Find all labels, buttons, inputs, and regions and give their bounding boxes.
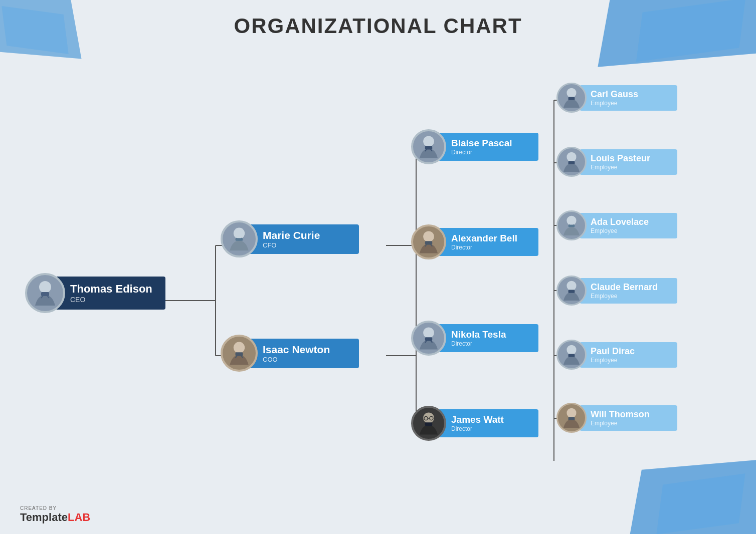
employee-dirac-node: Paul Dirac Employee [556, 340, 677, 370]
director-bell-card: Alexander Bell Director [438, 228, 538, 256]
employee-dirac-name: Paul Dirac [591, 346, 669, 357]
employee-lovelace-name: Ada Lovelace [591, 217, 669, 227]
director-watt-card: James Watt Director [438, 409, 538, 437]
svg-point-32 [423, 231, 434, 242]
director-tesla-name: Nikola Tesla [451, 329, 528, 340]
bernard-person-icon [559, 279, 584, 303]
svg-rect-33 [425, 241, 432, 244]
svg-point-28 [423, 136, 434, 147]
coo-person-icon [225, 339, 253, 367]
svg-point-55 [566, 408, 576, 418]
employee-gauss-avatar [556, 83, 587, 113]
employee-pasteur-node: Louis Pasteur Employee [556, 147, 677, 177]
cfo-person-icon [225, 225, 253, 253]
brand-template: Template [20, 511, 68, 523]
cfo-node: Marie Curie CFO [221, 220, 359, 257]
cfo-name: Marie Curie [263, 229, 349, 241]
svg-rect-54 [569, 354, 575, 357]
svg-point-51 [566, 281, 576, 291]
employee-dirac-card: Paul Dirac Employee [580, 342, 677, 368]
brand-lab: LAB [68, 511, 90, 523]
director-watt-name: James Watt [451, 414, 528, 425]
svg-point-49 [566, 216, 576, 225]
coo-node: Isaac Newton COO [221, 335, 359, 372]
employee-lovelace-avatar [556, 210, 587, 240]
watt-person-icon [415, 410, 442, 437]
director-bell-avatar [411, 224, 446, 259]
svg-point-36 [423, 327, 434, 338]
svg-rect-23 [236, 238, 243, 241]
cfo-title: CFO [263, 241, 349, 249]
employee-bernard-card: Claude Bernard Employee [580, 278, 677, 304]
gauss-person-icon [559, 86, 584, 110]
employee-thomson-title: Employee [591, 420, 669, 427]
svg-rect-25 [236, 352, 243, 356]
svg-rect-29 [425, 146, 432, 149]
svg-rect-37 [425, 337, 432, 341]
employee-dirac-title: Employee [591, 357, 669, 364]
employee-lovelace-title: Employee [591, 227, 669, 234]
coo-avatar [221, 335, 258, 372]
director-pascal-name: Blaise Pascal [451, 138, 528, 149]
svg-point-24 [234, 342, 245, 353]
ceo-name: Thomas Edison [70, 283, 155, 296]
ceo-card: Thomas Edison CEO [55, 277, 165, 310]
director-bell-name: Alexander Bell [451, 233, 528, 244]
watermark: CREATED BY TemplateLAB [20, 505, 90, 524]
employee-thomson-node: Will Thomson Employee [556, 403, 677, 433]
pascal-person-icon [415, 133, 442, 160]
dirac-person-icon [559, 343, 584, 367]
employee-gauss-name: Carl Gauss [591, 89, 669, 100]
coo-title: COO [263, 356, 349, 363]
director-tesla-avatar [411, 321, 446, 356]
employee-bernard-name: Claude Bernard [591, 282, 669, 293]
cfo-card: Marie Curie CFO [249, 224, 359, 254]
svg-rect-41 [425, 422, 432, 426]
svg-rect-50 [569, 224, 575, 227]
brand-logo: TemplateLAB [20, 511, 90, 524]
lovelace-person-icon [559, 213, 584, 237]
chart-area: Thomas Edison CEO Marie Curie CFO [0, 55, 756, 494]
bell-person-icon [415, 228, 442, 255]
coo-name: Isaac Newton [263, 344, 349, 356]
director-watt-avatar [411, 406, 446, 441]
director-pascal-avatar [411, 129, 446, 164]
ceo-title: CEO [70, 296, 155, 304]
employee-pasteur-card: Louis Pasteur Employee [580, 149, 677, 175]
employee-gauss-title: Employee [591, 100, 669, 107]
director-tesla-title: Director [451, 340, 528, 347]
tesla-person-icon [415, 325, 442, 352]
director-pascal-title: Director [451, 149, 528, 156]
svg-rect-52 [569, 290, 575, 293]
employee-pasteur-name: Louis Pasteur [591, 153, 669, 164]
thomson-person-icon [559, 406, 584, 430]
employee-bernard-title: Employee [591, 293, 669, 300]
director-tesla-card: Nikola Tesla Director [438, 324, 538, 352]
svg-point-22 [234, 228, 245, 239]
ceo-avatar [25, 273, 65, 313]
employee-bernard-avatar [556, 276, 587, 306]
coo-card: Isaac Newton COO [249, 339, 359, 368]
page-title: ORGANIZATIONAL CHART [234, 14, 522, 38]
employee-gauss-card: Carl Gauss Employee [580, 85, 677, 111]
employee-thomson-name: Will Thomson [591, 409, 669, 420]
employee-pasteur-avatar [556, 147, 587, 177]
director-bell-title: Director [451, 244, 528, 251]
director-watt-node: James Watt Director [411, 406, 538, 441]
cfo-avatar [221, 220, 258, 257]
svg-point-45 [566, 88, 576, 98]
pasteur-person-icon [559, 150, 584, 174]
employee-gauss-node: Carl Gauss Employee [556, 83, 677, 113]
svg-rect-19 [41, 292, 49, 296]
ceo-node: Thomas Edison CEO [25, 273, 165, 313]
svg-point-18 [39, 281, 51, 293]
employee-dirac-avatar [556, 340, 587, 370]
svg-point-40 [423, 412, 434, 423]
employee-lovelace-node: Ada Lovelace Employee [556, 210, 677, 240]
employee-pasteur-title: Employee [591, 164, 669, 171]
employee-lovelace-card: Ada Lovelace Employee [580, 213, 677, 238]
employee-thomson-card: Will Thomson Employee [580, 405, 677, 431]
svg-rect-46 [569, 97, 575, 100]
svg-rect-56 [569, 417, 575, 420]
ceo-person-icon [30, 278, 60, 308]
